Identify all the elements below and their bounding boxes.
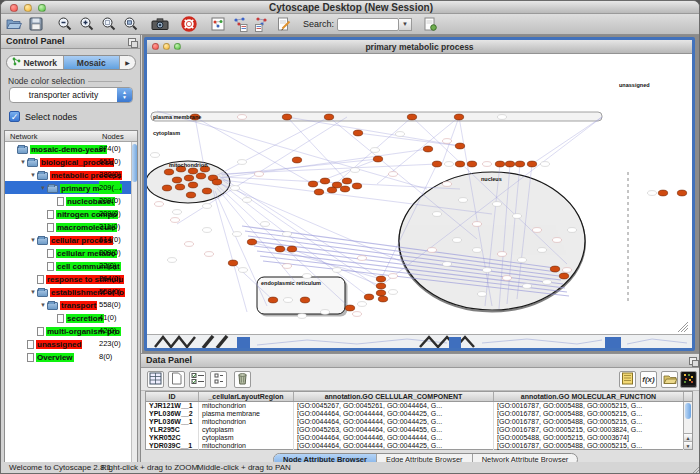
network-node[interactable]: [352, 183, 361, 189]
table-scrollbar[interactable]: ▲ ▼: [683, 402, 692, 449]
resize-grip[interactable]: [690, 464, 700, 474]
function-builder-button[interactable]: f(x): [640, 371, 657, 388]
table-scrollbar-thumb[interactable]: [685, 403, 691, 419]
select-attributes-button[interactable]: [189, 371, 206, 388]
search-input[interactable]: [337, 18, 399, 31]
tab-network[interactable]: Network: [7, 56, 64, 69]
save-button[interactable]: [26, 15, 45, 34]
network-node[interactable]: [188, 182, 197, 188]
tab-overflow-button[interactable]: ▶: [120, 56, 135, 69]
tree-row[interactable]: Overview8(0): [5, 350, 137, 363]
table-column-header[interactable]: _cellularLayoutRegion: [199, 392, 294, 401]
network-node[interactable]: [314, 189, 323, 195]
tree-row[interactable]: ▼biological_process651(0): [5, 155, 137, 168]
network-node[interactable]: [658, 190, 667, 196]
network-node[interactable]: [327, 187, 336, 193]
network-node[interactable]: [164, 169, 173, 175]
table-row[interactable]: YDR039C__1mitochondrion[GO:0044464, GO:0…: [146, 442, 692, 450]
tree-row[interactable]: response to stimulu264(0): [5, 272, 137, 285]
network-node[interactable]: [467, 161, 476, 167]
table-row[interactable]: YLR295Ccytoplasm[GO:0045263, GO:0044464,…: [146, 426, 692, 434]
network-node[interactable]: [454, 114, 463, 120]
open-button[interactable]: [4, 15, 23, 34]
layout-a-button[interactable]: [230, 15, 249, 34]
attribute-list-button[interactable]: [210, 371, 227, 388]
network-node[interactable]: [196, 173, 205, 179]
tree-row[interactable]: ▼establishment of lo558(0): [5, 285, 137, 298]
table-row[interactable]: YKR052Ccytoplasm[GO:0044464, GO:0044446,…: [146, 434, 692, 442]
table-column-header[interactable]: annotation.GO MOLECULAR_FUNCTION: [494, 392, 684, 401]
network-node[interactable]: [292, 157, 301, 163]
network-node[interactable]: [345, 305, 354, 311]
network-node[interactable]: [455, 143, 464, 149]
network-node[interactable]: [455, 161, 464, 167]
snapshot-button[interactable]: [150, 15, 169, 34]
table-row[interactable]: YPL036W__2plasma membrane[GO:0044464, GO…: [146, 410, 692, 418]
tree-row[interactable]: multi-organism pro42(0): [5, 324, 137, 337]
network-node[interactable]: [184, 175, 193, 181]
network-canvas[interactable]: plasma membranecytoplasmmitochondrionnuc…: [147, 54, 692, 334]
vizmapper-button[interactable]: [208, 15, 227, 34]
tree-row[interactable]: ▼metabolic process280(0): [5, 168, 137, 181]
network-view-window[interactable]: primary metabolic process plasma membran…: [144, 37, 695, 351]
scroll-up-icon[interactable]: ▲: [684, 433, 692, 441]
tree-scrollbar-thumb[interactable]: [132, 144, 137, 182]
attribute-table-button[interactable]: [147, 371, 164, 388]
network-node[interactable]: [373, 156, 382, 162]
network-node[interactable]: [364, 294, 373, 300]
attribute-table[interactable]: ID_cellularLayoutRegionannotation.GO CEL…: [145, 391, 693, 450]
zoom-selected-button[interactable]: [99, 15, 118, 34]
select-nodes-checkbox[interactable]: ✓: [9, 111, 20, 122]
data-panel-float-icon[interactable]: [689, 357, 697, 365]
tree-row[interactable]: cell communicat22(0): [5, 259, 137, 272]
destroy-network-button[interactable]: [420, 15, 439, 34]
network-node[interactable]: [407, 114, 416, 120]
matrix-view-button[interactable]: [680, 371, 697, 388]
network-node[interactable]: [324, 114, 333, 120]
edit-network-button[interactable]: [274, 15, 293, 34]
network-node[interactable]: [505, 161, 514, 167]
scroll-down-icon[interactable]: ▼: [684, 441, 692, 449]
network-node[interactable]: [275, 246, 284, 252]
network-node[interactable]: [376, 276, 385, 282]
tree-row[interactable]: ▼primary metabo209(...: [5, 181, 137, 194]
network-node[interactable]: [300, 297, 309, 303]
network-node[interactable]: [320, 178, 329, 184]
help-button[interactable]: [179, 15, 198, 34]
network-node[interactable]: [527, 161, 536, 167]
table-column-header[interactable]: annotation.GO CELLULAR_COMPONENT: [294, 392, 494, 401]
tree-row[interactable]: cellular metabo209(0): [5, 246, 137, 259]
tab-mosaic[interactable]: Mosaic: [64, 56, 121, 69]
layout-b-button[interactable]: [252, 15, 271, 34]
network-node[interactable]: [432, 161, 441, 167]
network-node[interactable]: [342, 178, 351, 184]
network-node[interactable]: [559, 273, 568, 279]
network-node[interactable]: [495, 161, 504, 167]
network-node[interactable]: [202, 188, 211, 194]
network-node[interactable]: [423, 146, 432, 152]
import-attributes-button[interactable]: [661, 371, 678, 388]
network-node[interactable]: [378, 296, 387, 302]
float-panel-icon[interactable]: [128, 38, 136, 46]
window-titlebar[interactable]: Cytoscape Desktop (New Session): [1, 1, 700, 14]
tree-row[interactable]: macromolecule311(0): [5, 220, 137, 233]
notes-button[interactable]: [619, 371, 636, 388]
network-node[interactable]: [550, 266, 559, 272]
region-plasma-membrane[interactable]: [151, 112, 602, 121]
tree-row[interactable]: ▼cellular process614(0): [5, 233, 137, 246]
tree-row[interactable]: ▼transport558(0): [5, 298, 137, 311]
delete-attribute-button[interactable]: [234, 371, 251, 388]
network-tree-header[interactable]: Network Nodes: [5, 131, 137, 142]
network-node[interactable]: [677, 190, 686, 196]
network-node[interactable]: [287, 246, 296, 252]
tree-row[interactable]: nucleobase-209(0): [5, 194, 137, 207]
network-node[interactable]: [186, 192, 195, 198]
tree-scrollbar[interactable]: [131, 142, 137, 474]
network-node[interactable]: [376, 283, 385, 289]
tree-row[interactable]: nitrogen compo209(0): [5, 207, 137, 220]
network-node[interactable]: [268, 297, 277, 303]
network-node[interactable]: [247, 239, 256, 245]
network-node[interactable]: [172, 177, 181, 183]
network-node[interactable]: [212, 179, 221, 185]
new-attribute-button[interactable]: [168, 371, 185, 388]
